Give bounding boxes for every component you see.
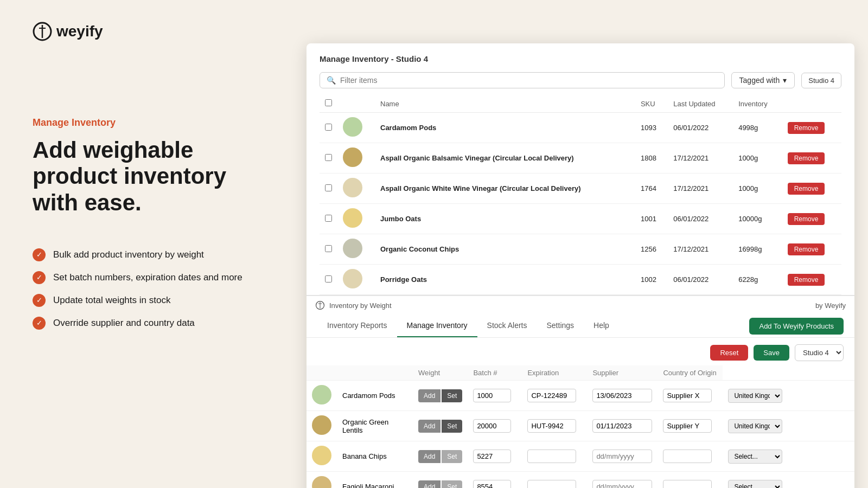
row-checkbox[interactable] [325,184,332,191]
set-button[interactable]: Set [442,420,462,433]
save-button[interactable]: Save [754,345,789,361]
weight-input[interactable] [473,389,511,402]
table-row: Porridge Oats 1002 06/01/2022 6228g Remo… [320,265,841,295]
expiration-input[interactable] [592,450,652,463]
table-row: Aspall Organic Balsamic Vinegar (Circula… [320,143,841,174]
supplier-input[interactable] [663,419,712,433]
batch-input[interactable] [527,389,576,402]
feature-text: Update total weights in stock [53,295,170,306]
manage-table: Weight Batch # Expiration Supplier Count… [307,365,854,488]
product-name: Organic Coconut Chips [375,234,635,265]
feature-text: Set batch numbers, expiration dates and … [53,272,242,283]
manage-product-thumbnail [312,385,331,404]
add-button[interactable]: Add [418,420,441,433]
remove-button[interactable]: Remove [788,243,825,255]
check-icon: ✓ [33,294,46,307]
country-select[interactable]: Select... [728,450,782,464]
remove-button[interactable]: Remove [788,122,825,134]
remove-button[interactable]: Remove [788,183,825,195]
manage-col-expiration: Expiration [522,365,587,381]
product-name: Aspall Organic White Wine Vinegar (Circu… [375,174,635,204]
product-last-updated: 17/12/2021 [668,174,733,204]
supplier-input[interactable] [663,450,712,463]
manage-col-country: Country of Origin [658,365,723,381]
product-thumbnail [343,178,362,197]
headline: Add weighable product inventory with eas… [33,137,266,216]
remove-button[interactable]: Remove [788,152,825,164]
weight-input[interactable] [473,450,511,463]
add-button[interactable]: Add [418,480,441,489]
remove-button[interactable]: Remove [788,213,825,225]
expiration-input[interactable] [592,389,652,402]
supplier-input[interactable] [663,480,712,488]
studio-select[interactable]: Studio 4 [795,344,844,361]
product-name: Aspall Organic Balsamic Vinegar (Circula… [375,143,635,174]
feature-text: Override supplier and country data [53,318,195,329]
table-row: Cardamom Pods 1093 06/01/2022 4998g Remo… [320,113,841,143]
table-row: Jumbo Oats 1001 06/01/2022 10000g Remove [320,204,841,234]
manage-col-supplier: Supplier [587,365,658,381]
filter-input-wrap[interactable]: 🔍 [320,72,725,88]
tab-nav: Inventory ReportsManage InventoryStock A… [307,314,854,338]
tab-item-manage-inventory[interactable]: Manage Inventory [397,314,477,337]
country-select[interactable]: United Kingd... [728,419,782,433]
row-checkbox[interactable] [325,245,332,252]
expiration-input[interactable] [592,480,652,488]
tab-item-help[interactable]: Help [584,314,619,337]
weyify-bar-left: Inventory by Weight [315,300,392,310]
weyify-bar-by: by Weyify [815,301,846,310]
tab-item-settings[interactable]: Settings [537,314,584,337]
col-sku: SKU [635,95,668,113]
set-button[interactable]: Set [442,389,462,402]
manage-table-row: Cardamom Pods Add Set United Kingd... [307,381,854,411]
expiration-input[interactable] [592,419,652,433]
batch-input[interactable] [527,419,576,433]
batch-input[interactable] [527,450,576,463]
weyify-bar-title: Inventory by Weight [329,301,392,310]
tab-item-stock-alerts[interactable]: Stock Alerts [477,314,537,337]
select-all-checkbox[interactable] [325,99,332,106]
feature-text: Bulk add product inventory by weight [53,249,204,260]
row-checkbox[interactable] [325,124,332,131]
row-checkbox[interactable] [325,275,332,282]
product-last-updated: 17/12/2021 [668,234,733,265]
country-select[interactable]: Select... [728,480,782,489]
filter-input[interactable] [340,76,718,85]
table-row: Aspall Organic White Wine Vinegar (Circu… [320,174,841,204]
tab-item-inventory-reports[interactable]: Inventory Reports [317,314,397,337]
country-select[interactable]: United Kingd... [728,389,782,403]
product-sku: 1001 [635,204,668,234]
manage-table-row: Organic Green Lentils Add Set United Kin… [307,411,854,441]
weight-input[interactable] [473,419,511,433]
tagged-with-button[interactable]: Tagged with ▾ [731,72,795,88]
remove-button[interactable]: Remove [788,274,825,286]
product-thumbnail [343,208,362,228]
col-inventory: Inventory [733,95,782,113]
manage-table-row: Fagioli Macaroni Add Set Select... [307,472,854,489]
studio-badge[interactable]: Studio 4 [801,73,841,88]
manage-product-thumbnail [312,476,331,488]
inventory-list-panel: Manage Inventory - Studio 4 🔍 Tagged wit… [307,43,854,296]
product-sku: 1093 [635,113,668,143]
manage-panel: Inventory ReportsManage InventoryStock A… [307,314,854,488]
product-inventory: 4998g [733,113,782,143]
product-thumbnail [343,269,362,288]
weight-input[interactable] [473,480,511,488]
reset-button[interactable]: Reset [710,345,748,361]
table-row: Organic Coconut Chips 1256 17/12/2021 16… [320,234,841,265]
add-button[interactable]: Add [418,389,441,402]
add-products-button[interactable]: Add To Weyify Products [749,318,844,335]
row-checkbox[interactable] [325,154,332,161]
set-button[interactable]: Set [442,450,462,463]
supplier-input[interactable] [663,389,712,402]
section-label: Manage Inventory [33,117,266,129]
set-button[interactable]: Set [442,480,462,489]
product-inventory: 10000g [733,204,782,234]
manage-product-thumbnail [312,446,331,465]
product-inventory: 6228g [733,265,782,295]
product-name: Cardamom Pods [375,113,635,143]
manage-toolbar: Reset Save Studio 4 [307,338,854,365]
row-checkbox[interactable] [325,215,332,222]
batch-input[interactable] [527,480,576,488]
add-button[interactable]: Add [418,450,441,463]
